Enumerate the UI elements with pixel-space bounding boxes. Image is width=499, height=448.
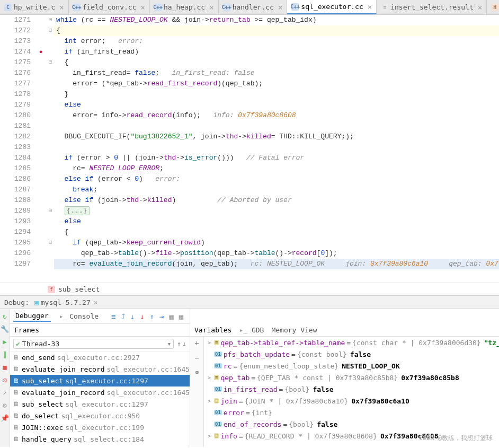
code-line[interactable]: else if (error < 0) error:	[54, 174, 499, 185]
code-line[interactable]: rc= NESTED_LOOP_ERROR;	[54, 163, 499, 174]
debug-tool-button[interactable]: ⚙	[0, 400, 10, 410]
remove-watch-button[interactable]: −	[194, 354, 199, 362]
tab-console[interactable]: ▸_ Console	[57, 311, 101, 321]
expand-icon[interactable]: >	[206, 433, 212, 439]
fold-toggle[interactable]: ⊟	[47, 57, 54, 68]
fold-toggle[interactable]: ⊞	[47, 206, 54, 216]
step-button[interactable]: ⤴	[121, 312, 125, 321]
close-icon[interactable]: ×	[59, 3, 64, 12]
gdb-tab[interactable]: ▸_ GDB	[239, 326, 264, 334]
step-button[interactable]: ▦	[169, 312, 173, 321]
close-icon[interactable]: ×	[209, 3, 213, 12]
code-body[interactable]: while (rc == NESTED_LOOP_OK && join->ret…	[54, 15, 499, 283]
memory-view-tab[interactable]: Memory View	[271, 326, 317, 334]
frame-down-button[interactable]: ↓	[182, 340, 186, 348]
code-line[interactable]: else if (join->thd->killed) // Aborted b…	[54, 195, 499, 206]
code-line[interactable]: error= info->read_record(info); info: 0x…	[54, 110, 499, 121]
editor-tab[interactable]: C++ ha_heap.cc ×	[150, 0, 219, 14]
code-line[interactable]: {	[54, 57, 499, 68]
variables-tree[interactable]: > ≡ qep_tab->table_ref->table_name = {co…	[204, 337, 499, 447]
step-button[interactable]: ▦	[179, 312, 183, 321]
variable-row[interactable]: > 01 pfs_batch_update = {const bool} fal…	[204, 348, 499, 360]
editor-tab[interactable]: C++ field_conv.cc ×	[69, 0, 150, 14]
frames-title[interactable]: Frames	[14, 326, 39, 334]
fold-toggle[interactable]: ⊟	[47, 15, 54, 25]
debug-config-tab[interactable]: ▣ mysql-5.7.27 ×	[34, 298, 98, 306]
step-button[interactable]: ⇥	[159, 312, 164, 321]
code-line[interactable]: rc= evaluate_join_record(join, qep_tab);…	[54, 259, 499, 269]
fold-toggle[interactable]: ⊟	[47, 238, 54, 248]
debug-tool-button[interactable]: ⦻	[0, 375, 10, 384]
code-line[interactable]: }	[54, 89, 499, 100]
tab-debugger[interactable]: Debugger	[13, 311, 51, 322]
debug-tool-button[interactable]: 📌	[0, 413, 10, 423]
code-line[interactable]: DBUG_EXECUTE_IF("bug13822652_1", join->t…	[54, 131, 499, 142]
stack-frame[interactable]: 🗎 sub_select sql_executor.cc:1297	[10, 375, 190, 386]
code-line[interactable]: error= (*qep_tab->read_first_record)(qep…	[54, 78, 499, 89]
variable-row[interactable]: > 01 end_of_records = {bool} false	[204, 418, 499, 430]
code-line[interactable]: if (error > 0 || (join->thd->is_error())…	[54, 153, 499, 163]
editor-tab[interactable]: C hp_write.c ×	[0, 0, 69, 14]
breadcrumb-label[interactable]: sub_select	[58, 285, 100, 293]
debug-tool-button[interactable]: ■	[0, 362, 10, 372]
code-line[interactable]: int error; error:	[54, 36, 499, 47]
debug-tool-button[interactable]: ↗	[0, 388, 10, 397]
editor-tab[interactable]: C++ handler.cc ×	[219, 0, 288, 14]
variable-row[interactable]: > 01 in_first_read = {bool} false	[204, 383, 499, 395]
debug-tool-button[interactable]: ▶	[0, 337, 10, 346]
stack-frame[interactable]: 🗎 end_send sql_executor.cc:2927	[10, 352, 190, 363]
breakpoint-gutter[interactable]: ●	[35, 15, 47, 283]
code-line[interactable]: else	[54, 100, 499, 110]
variable-row[interactable]: > 01 rc = {enum_nested_loop_state} NESTE…	[204, 360, 499, 372]
close-icon[interactable]: ×	[140, 3, 145, 12]
code-line[interactable]	[54, 142, 499, 153]
close-icon[interactable]: ×	[368, 3, 372, 11]
debug-tool-button[interactable]: 🔧	[0, 324, 10, 333]
step-button[interactable]: ≡	[111, 312, 115, 321]
step-button[interactable]: ↓	[130, 312, 135, 321]
code-line[interactable]: if (in_first_read)	[54, 47, 499, 57]
close-icon[interactable]: ×	[478, 3, 482, 12]
breakpoint-icon[interactable]: ●	[35, 47, 47, 57]
add-watch-button[interactable]: +	[194, 339, 199, 347]
close-icon[interactable]: ×	[94, 298, 98, 306]
expand-icon[interactable]: >	[206, 375, 212, 381]
code-line[interactable]: if (qep_tab->keep_current_rowid)	[54, 238, 499, 248]
code-line[interactable]: {	[54, 227, 499, 238]
link-icon[interactable]: ⚭	[194, 368, 200, 377]
debug-tool-button[interactable]: ∥	[0, 349, 10, 359]
step-button[interactable]: ↓	[140, 312, 144, 321]
thread-select[interactable]: ✔ Thread-33 ▾	[13, 339, 174, 349]
code-line[interactable]: {...}	[54, 206, 499, 216]
close-icon[interactable]: ×	[278, 3, 282, 12]
stack-frame[interactable]: 🗎 sub_select sql_executor.cc:1297	[10, 398, 190, 410]
frame-up-button[interactable]: ↑	[177, 340, 181, 348]
editor-tab[interactable]: H mysqld_err ×	[487, 0, 499, 14]
editor-tab[interactable]: ≡ insert_select.result ×	[377, 0, 487, 14]
frame-list[interactable]: 🗎 end_send sql_executor.cc:2927🗎 evaluat…	[10, 352, 190, 447]
expand-icon[interactable]: >	[206, 398, 212, 404]
code-line[interactable]: {	[54, 25, 499, 36]
variables-title[interactable]: Variables	[194, 326, 231, 334]
variable-row[interactable]: > ≡ qep_tab = {QEP_TAB * const | 0x7f39a…	[204, 372, 499, 383]
debug-config-name: mysql-5.7.27	[41, 298, 91, 306]
fold-toggle[interactable]: ⊟	[47, 25, 54, 36]
stack-frame[interactable]: 🗎 handle_query sql_select.cc:184	[10, 433, 190, 445]
expand-icon[interactable]: >	[206, 340, 212, 346]
stack-frame[interactable]: 🗎 JOIN::exec sql_executor.cc:199	[10, 421, 190, 433]
stack-frame[interactable]: 🗎 do_select sql_executor.cc:950	[10, 410, 190, 421]
stack-frame[interactable]: 🗎 evaluate_join_record sql_executor.cc:1…	[10, 363, 190, 375]
code-line[interactable]	[54, 121, 499, 131]
debug-tool-button[interactable]: ↻	[0, 311, 10, 321]
variable-row[interactable]: > 01 error = {int}	[204, 407, 499, 418]
code-line[interactable]: in_first_read= false; in_first_read: fal…	[54, 68, 499, 78]
code-line[interactable]: break;	[54, 185, 499, 195]
editor-tab[interactable]: C++ sql_executor.cc ×	[287, 0, 377, 14]
code-line[interactable]: qep_tab->table()->file->position(qep_tab…	[54, 248, 499, 259]
stack-frame[interactable]: 🗎 evaluate_join_record sql_executor.cc:1…	[10, 386, 190, 398]
code-line[interactable]: while (rc == NESTED_LOOP_OK && join->ret…	[54, 15, 499, 25]
variable-row[interactable]: > ≡ qep_tab->table_ref->table_name = {co…	[204, 337, 499, 348]
step-button[interactable]: ↑	[149, 312, 154, 321]
code-line[interactable]: else	[54, 216, 499, 227]
variable-row[interactable]: > ≡ join = {JOIN * | 0x7f39a80c6a10} 0x7…	[204, 395, 499, 407]
